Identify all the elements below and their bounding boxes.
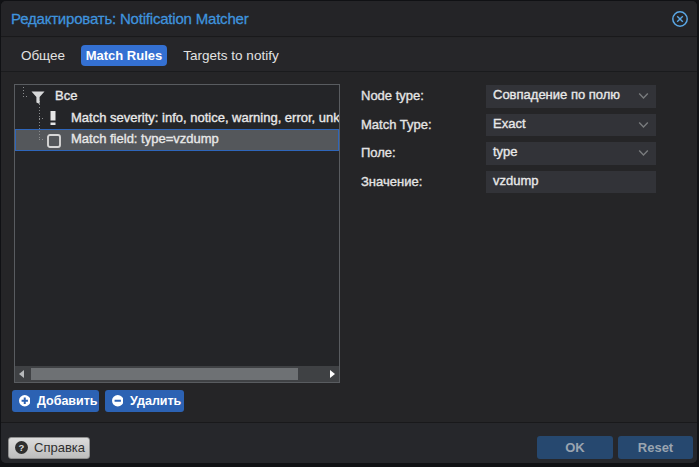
svg-text:?: ? — [19, 442, 25, 453]
